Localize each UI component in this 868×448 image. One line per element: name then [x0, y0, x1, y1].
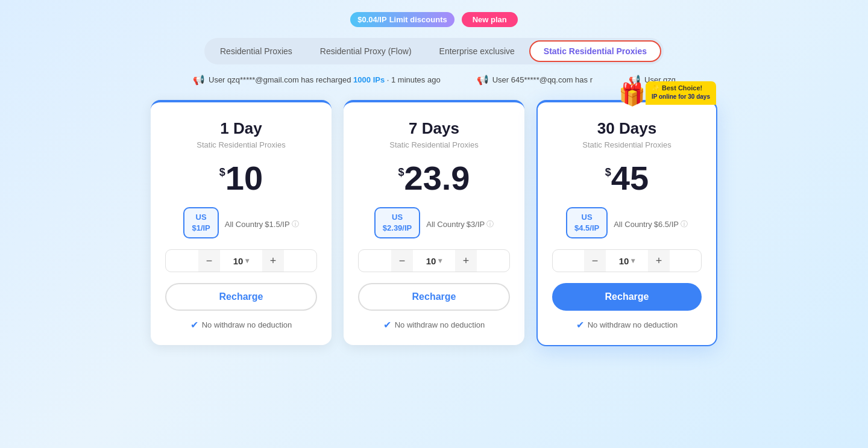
ip-online-text: IP online for 30 days: [652, 93, 710, 101]
ticker-text-1: User qzq*****@gmail.com has recharged 10…: [209, 75, 441, 84]
card-7days-title: 7 Days: [358, 119, 510, 138]
ticker-item-2: 📢 User 645*****@qq.com has r: [477, 74, 593, 86]
card-7days-subtitle: Static Residential Proxies: [358, 140, 510, 149]
tab-enterprise-exclusive[interactable]: Enterprise exclusive: [426, 40, 528, 62]
best-choice-badge: ✨ Best Choice! IP online for 30 days: [646, 81, 716, 105]
pricing-card-7days: 7 Days Static Residential Proxies $ 23.9…: [344, 100, 524, 345]
pricing-cards-container: 1 Day Static Residential Proxies $ 10 US…: [151, 100, 717, 346]
card-1day-qty-number: 10: [233, 256, 244, 266]
card-7days-no-withdraw-text: No withdraw no deduction: [395, 320, 485, 329]
activity-ticker: 📢 User qzq*****@gmail.com has recharged …: [193, 74, 675, 86]
card-1day-all-label: All Country: [225, 220, 263, 229]
card-1day-all-country: All Country $1.5/IP ⓘ: [225, 207, 299, 238]
card-30days-all-country: All Country $6.5/IP ⓘ: [614, 207, 688, 238]
card-7days-minus-btn[interactable]: −: [391, 250, 413, 272]
pricing-card-30days: 🎁 ✨ Best Choice! IP online for 30 days 3…: [536, 100, 717, 346]
card-7days-country-options: US $2.39/IP All Country $3/IP ⓘ: [358, 207, 510, 238]
card-7days-qty-value: 10 ▾: [413, 256, 455, 266]
top-badges-container: $0.04/IP Limit discounts New plan: [350, 12, 518, 27]
discount-label: Limit discounts: [389, 15, 447, 24]
card-1day-qty-dropdown[interactable]: ▾: [245, 257, 249, 265]
card-7days-dollar: $: [398, 166, 404, 179]
card-30days-qty-number: 10: [619, 256, 629, 266]
card-7days-all-country: All Country $3/IP ⓘ: [426, 207, 494, 238]
card-1day-check-icon: ✔: [190, 319, 198, 331]
card-30days-no-withdraw: ✔ No withdraw no deduction: [552, 319, 702, 331]
card-7days-plus-btn[interactable]: +: [455, 250, 477, 272]
card-7days-us-price: $2.39/IP: [383, 223, 412, 234]
best-choice-text: ✨ Best Choice!: [652, 84, 710, 93]
card-30days-recharge-btn[interactable]: Recharge: [552, 283, 702, 311]
card-7days-all-price: $3/IP: [467, 220, 485, 229]
gift-icon: 🎁: [618, 82, 646, 107]
best-choice-banner: 🎁 ✨ Best Choice! IP online for 30 days: [618, 79, 716, 105]
ticker-inner: 📢 User qzq*****@gmail.com has recharged …: [193, 74, 675, 86]
card-1day-subtitle: Static Residential Proxies: [165, 140, 317, 149]
ticker-icon-1: 📢: [193, 74, 205, 86]
card-30days-check-icon: ✔: [576, 319, 584, 331]
card-1day-us-btn[interactable]: US $1/IP: [183, 207, 218, 238]
card-1day-no-withdraw: ✔ No withdraw no deduction: [165, 319, 317, 331]
card-1day-dollar: $: [219, 166, 225, 179]
card-30days-subtitle: Static Residential Proxies: [552, 140, 702, 149]
card-7days-no-withdraw: ✔ No withdraw no deduction: [358, 319, 510, 331]
card-7days-qty-dropdown[interactable]: ▾: [438, 257, 442, 265]
card-1day-title: 1 Day: [165, 119, 317, 138]
tab-residential-proxies[interactable]: Residential Proxies: [207, 40, 306, 62]
card-7days-all-label: All Country: [426, 220, 465, 229]
card-1day-price-number: 10: [225, 161, 263, 195]
card-7days-price-display: $ 23.9: [358, 161, 510, 195]
card-30days-minus-btn[interactable]: −: [584, 250, 606, 272]
card-30days-all-label: All Country: [614, 220, 652, 229]
tab-static-residential[interactable]: Static Residential Proxies: [529, 40, 661, 62]
card-7days-check-icon: ✔: [383, 319, 391, 331]
ticker-item-1: 📢 User qzq*****@gmail.com has recharged …: [193, 74, 441, 86]
card-1day-no-withdraw-text: No withdraw no deduction: [202, 320, 292, 329]
card-1day-plus-btn[interactable]: +: [262, 250, 284, 272]
card-7days-qty-number: 10: [426, 256, 436, 266]
pricing-card-1day: 1 Day Static Residential Proxies $ 10 US…: [151, 100, 332, 345]
card-7days-recharge-btn[interactable]: Recharge: [358, 283, 510, 311]
card-30days-title: 30 Days: [552, 119, 702, 138]
card-7days-info-icon: ⓘ: [486, 219, 494, 229]
card-1day-us-price: $1/IP: [192, 223, 210, 234]
card-30days-us-label: US: [574, 212, 599, 223]
card-1day-minus-btn[interactable]: −: [198, 250, 220, 272]
card-7days-us-label: US: [383, 212, 412, 223]
card-1day-qty-value: 10 ▾: [220, 256, 262, 266]
card-30days-price-number: 45: [611, 161, 649, 195]
card-30days-all-price: $6.5/IP: [654, 220, 679, 229]
card-30days-us-price: $4.5/IP: [574, 223, 599, 234]
card-1day-info-icon: ⓘ: [292, 219, 299, 229]
card-1day-country-options: US $1/IP All Country $1.5/IP ⓘ: [165, 207, 317, 238]
card-7days-price-number: 23.9: [404, 161, 470, 195]
card-1day-quantity-row: − 10 ▾ +: [165, 249, 317, 272]
card-30days-plus-btn[interactable]: +: [648, 250, 670, 272]
ticker-icon-2: 📢: [477, 74, 489, 86]
card-7days-quantity-row: − 10 ▾ +: [358, 249, 510, 272]
card-1day-price-display: $ 10: [165, 161, 317, 195]
card-1day-us-label: US: [192, 212, 210, 223]
card-30days-qty-dropdown[interactable]: ▾: [631, 257, 635, 265]
card-1day-recharge-btn[interactable]: Recharge: [165, 283, 317, 311]
card-30days-quantity-row: − 10 ▾ +: [552, 249, 702, 272]
discount-badge: $0.04/IP Limit discounts: [350, 12, 454, 27]
card-30days-country-options: US $4.5/IP All Country $6.5/IP ⓘ: [552, 207, 702, 238]
discount-price: $0.04/IP: [357, 15, 386, 24]
tab-residential-proxy-flow[interactable]: Residential Proxy (Flow): [307, 40, 425, 62]
card-30days-info-icon: ⓘ: [681, 219, 688, 229]
card-1day-all-price: $1.5/IP: [265, 220, 289, 229]
card-30days-price-display: $ 45: [552, 161, 702, 195]
card-30days-us-btn[interactable]: US $4.5/IP: [566, 207, 608, 238]
card-30days-dollar: $: [605, 166, 611, 179]
ticker-text-2: User 645*****@qq.com has r: [492, 75, 593, 84]
card-7days-us-btn[interactable]: US $2.39/IP: [374, 207, 420, 238]
nav-tabs: Residential Proxies Residential Proxy (F…: [204, 38, 664, 64]
card-30days-qty-value: 10 ▾: [606, 256, 648, 266]
card-30days-no-withdraw-text: No withdraw no deduction: [588, 320, 678, 329]
new-plan-badge: New plan: [462, 12, 518, 27]
